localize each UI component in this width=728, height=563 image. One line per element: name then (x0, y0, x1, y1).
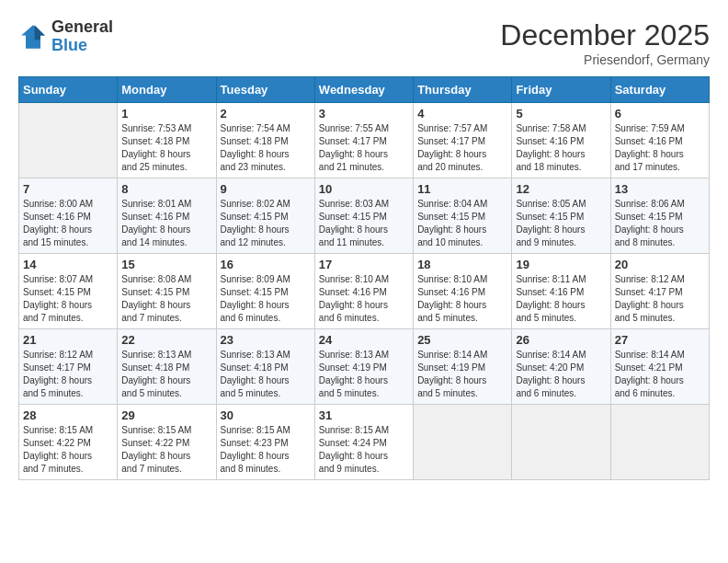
logo-icon (18, 22, 48, 52)
day-number: 1 (121, 107, 211, 121)
day-number: 8 (121, 182, 211, 196)
svg-marker-1 (35, 25, 45, 40)
page-header: General Blue December 2025 Priesendorf, … (18, 18, 710, 67)
calendar-cell: 28Sunrise: 8:15 AMSunset: 4:22 PMDayligh… (19, 405, 118, 480)
weekday-header-friday: Friday (512, 77, 610, 103)
calendar-cell: 22Sunrise: 8:13 AMSunset: 4:18 PMDayligh… (118, 329, 216, 405)
day-info: Sunrise: 8:14 AMSunset: 4:20 PMDaylight:… (516, 349, 606, 400)
calendar-cell: 2Sunrise: 7:54 AMSunset: 4:18 PMDaylight… (216, 103, 314, 178)
title-block: December 2025 Priesendorf, Germany (500, 18, 710, 67)
day-info: Sunrise: 8:15 AMSunset: 4:23 PMDaylight:… (221, 424, 311, 476)
day-number: 3 (319, 107, 409, 121)
day-number: 21 (23, 333, 113, 347)
day-number: 30 (221, 408, 311, 422)
day-info: Sunrise: 8:07 AMSunset: 4:15 PMDaylight:… (23, 273, 113, 325)
day-info: Sunrise: 7:55 AMSunset: 4:17 PMDaylight:… (319, 122, 409, 174)
day-info: Sunrise: 8:08 AMSunset: 4:15 PMDaylight:… (121, 273, 211, 325)
day-info: Sunrise: 8:13 AMSunset: 4:18 PMDaylight:… (121, 349, 211, 400)
calendar-cell: 1Sunrise: 7:53 AMSunset: 4:18 PMDaylight… (118, 103, 216, 178)
day-info: Sunrise: 8:14 AMSunset: 4:19 PMDaylight:… (417, 349, 507, 400)
weekday-header-thursday: Thursday (414, 77, 512, 103)
day-number: 11 (417, 182, 507, 196)
calendar-table: SundayMondayTuesdayWednesdayThursdayFrid… (18, 76, 710, 480)
weekday-header-wednesday: Wednesday (314, 77, 413, 103)
day-number: 13 (615, 182, 705, 196)
day-number: 5 (516, 107, 606, 121)
day-number: 29 (121, 408, 211, 422)
calendar-cell: 4Sunrise: 7:57 AMSunset: 4:17 PMDaylight… (414, 103, 512, 178)
calendar-cell: 12Sunrise: 8:05 AMSunset: 4:15 PMDayligh… (512, 178, 610, 254)
weekday-header-row: SundayMondayTuesdayWednesdayThursdayFrid… (19, 77, 710, 103)
day-number: 31 (319, 408, 409, 422)
weekday-header-sunday: Sunday (19, 77, 118, 103)
day-info: Sunrise: 8:03 AMSunset: 4:15 PMDaylight:… (319, 198, 409, 249)
calendar-cell: 9Sunrise: 8:02 AMSunset: 4:15 PMDaylight… (216, 178, 314, 254)
logo-general-text: General (51, 18, 113, 37)
calendar-cell: 26Sunrise: 8:14 AMSunset: 4:20 PMDayligh… (512, 329, 610, 405)
logo-text: General Blue (51, 18, 113, 55)
calendar-week-3: 14Sunrise: 8:07 AMSunset: 4:15 PMDayligh… (19, 254, 710, 329)
calendar-cell: 8Sunrise: 8:01 AMSunset: 4:16 PMDaylight… (118, 178, 216, 254)
day-info: Sunrise: 7:53 AMSunset: 4:18 PMDaylight:… (121, 122, 211, 174)
day-number: 25 (417, 333, 507, 347)
day-info: Sunrise: 7:58 AMSunset: 4:16 PMDaylight:… (516, 122, 606, 174)
day-info: Sunrise: 8:09 AMSunset: 4:15 PMDaylight:… (221, 273, 311, 325)
day-info: Sunrise: 8:10 AMSunset: 4:16 PMDaylight:… (417, 273, 507, 325)
day-info: Sunrise: 8:06 AMSunset: 4:15 PMDaylight:… (615, 198, 705, 249)
calendar-cell (610, 405, 709, 480)
calendar-cell: 16Sunrise: 8:09 AMSunset: 4:15 PMDayligh… (216, 254, 314, 329)
weekday-header-tuesday: Tuesday (216, 77, 314, 103)
calendar-week-4: 21Sunrise: 8:12 AMSunset: 4:17 PMDayligh… (19, 329, 710, 405)
day-info: Sunrise: 8:05 AMSunset: 4:15 PMDaylight:… (516, 198, 606, 249)
day-number: 6 (615, 107, 705, 121)
day-number: 20 (615, 258, 705, 271)
day-info: Sunrise: 8:01 AMSunset: 4:16 PMDaylight:… (121, 198, 211, 249)
day-number: 26 (516, 333, 606, 347)
calendar-cell: 29Sunrise: 8:15 AMSunset: 4:22 PMDayligh… (118, 405, 216, 480)
day-number: 7 (23, 182, 113, 196)
day-number: 17 (319, 258, 409, 271)
svg-marker-0 (21, 25, 45, 49)
calendar-body: 1Sunrise: 7:53 AMSunset: 4:18 PMDaylight… (19, 103, 710, 480)
day-number: 15 (121, 258, 211, 271)
day-number: 12 (516, 182, 606, 196)
calendar-week-1: 1Sunrise: 7:53 AMSunset: 4:18 PMDaylight… (19, 103, 710, 178)
day-info: Sunrise: 8:15 AMSunset: 4:24 PMDaylight:… (319, 424, 409, 476)
month-title: December 2025 (500, 18, 710, 52)
day-info: Sunrise: 8:13 AMSunset: 4:19 PMDaylight:… (319, 349, 409, 400)
calendar-cell: 13Sunrise: 8:06 AMSunset: 4:15 PMDayligh… (610, 178, 709, 254)
day-info: Sunrise: 7:54 AMSunset: 4:18 PMDaylight:… (221, 122, 311, 174)
logo-blue-text: Blue (51, 37, 113, 55)
calendar-cell: 23Sunrise: 8:13 AMSunset: 4:18 PMDayligh… (216, 329, 314, 405)
day-info: Sunrise: 8:13 AMSunset: 4:18 PMDaylight:… (221, 349, 311, 400)
logo: General Blue (18, 18, 113, 55)
day-number: 28 (23, 408, 113, 422)
calendar-cell: 15Sunrise: 8:08 AMSunset: 4:15 PMDayligh… (118, 254, 216, 329)
day-info: Sunrise: 8:15 AMSunset: 4:22 PMDaylight:… (23, 424, 113, 476)
calendar-cell: 11Sunrise: 8:04 AMSunset: 4:15 PMDayligh… (414, 178, 512, 254)
calendar-cell (19, 103, 118, 178)
day-info: Sunrise: 8:11 AMSunset: 4:16 PMDaylight:… (516, 273, 606, 325)
day-info: Sunrise: 8:15 AMSunset: 4:22 PMDaylight:… (121, 424, 211, 476)
day-number: 18 (417, 258, 507, 271)
day-number: 27 (615, 333, 705, 347)
day-number: 16 (221, 258, 311, 271)
day-number: 19 (516, 258, 606, 271)
weekday-header-monday: Monday (118, 77, 216, 103)
day-number: 9 (221, 182, 311, 196)
calendar-cell: 18Sunrise: 8:10 AMSunset: 4:16 PMDayligh… (414, 254, 512, 329)
calendar-cell: 19Sunrise: 8:11 AMSunset: 4:16 PMDayligh… (512, 254, 610, 329)
day-info: Sunrise: 8:12 AMSunset: 4:17 PMDaylight:… (23, 349, 113, 400)
day-info: Sunrise: 8:04 AMSunset: 4:15 PMDaylight:… (417, 198, 507, 249)
day-info: Sunrise: 8:10 AMSunset: 4:16 PMDaylight:… (319, 273, 409, 325)
day-info: Sunrise: 7:57 AMSunset: 4:17 PMDaylight:… (417, 122, 507, 174)
day-number: 14 (23, 258, 113, 271)
day-number: 22 (121, 333, 211, 347)
day-number: 23 (221, 333, 311, 347)
day-number: 24 (319, 333, 409, 347)
calendar-cell: 14Sunrise: 8:07 AMSunset: 4:15 PMDayligh… (19, 254, 118, 329)
day-number: 10 (319, 182, 409, 196)
calendar-cell: 24Sunrise: 8:13 AMSunset: 4:19 PMDayligh… (314, 329, 413, 405)
day-info: Sunrise: 8:14 AMSunset: 4:21 PMDaylight:… (615, 349, 705, 400)
day-info: Sunrise: 7:59 AMSunset: 4:16 PMDaylight:… (615, 122, 705, 174)
